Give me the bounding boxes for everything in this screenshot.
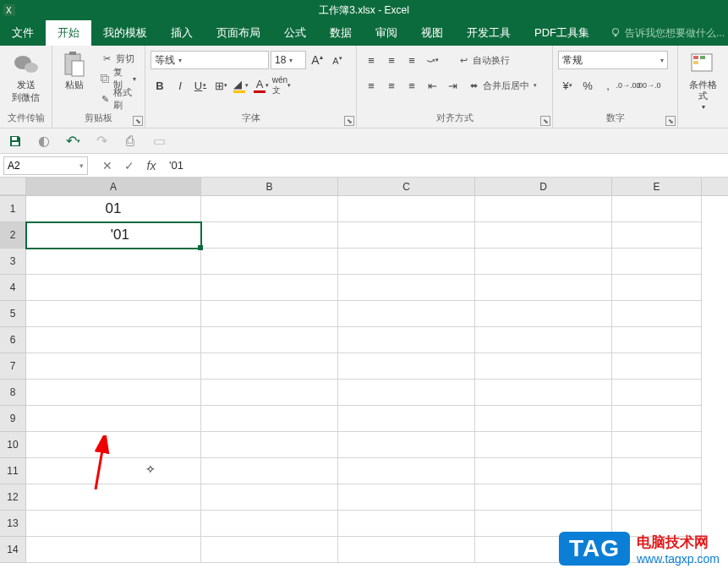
paste-button[interactable]: 粘贴	[57, 49, 91, 112]
cell-E12[interactable]	[612, 484, 702, 511]
wrap-text-button[interactable]: ↩自动换行	[453, 51, 513, 69]
cell-E9[interactable]	[612, 406, 702, 432]
cell-B4[interactable]	[201, 275, 338, 301]
insert-function-button[interactable]: fx	[140, 156, 162, 175]
orientation-button[interactable]: ⤻▾	[423, 51, 441, 69]
font-color-button[interactable]: A▾	[252, 76, 271, 95]
cell-D8[interactable]	[475, 380, 612, 406]
cell-D1[interactable]	[475, 196, 612, 222]
conditional-formatting-button[interactable]: 条件格式 ▾	[683, 49, 723, 113]
row-header-9[interactable]: 9	[0, 406, 26, 432]
cell-A5[interactable]	[26, 301, 201, 327]
tab-templates[interactable]: 我的模板	[91, 20, 159, 46]
row-header-4[interactable]: 4	[0, 275, 26, 301]
phonetic-button[interactable]: wén文▾	[272, 76, 291, 95]
clipboard-launcher[interactable]: ⬊	[133, 116, 143, 126]
decrease-decimal-button[interactable]: .00→.0	[639, 76, 658, 95]
row-header-14[interactable]: 14	[0, 537, 26, 563]
cell-A4[interactable]	[26, 275, 201, 301]
cell-E2[interactable]	[612, 222, 702, 249]
cell-B3[interactable]	[201, 249, 338, 275]
qat-icon-2-button[interactable]: ▭	[151, 133, 167, 150]
cell-A9[interactable]	[26, 406, 201, 432]
cell-A14[interactable]	[26, 537, 201, 563]
align-left-button[interactable]: ≡	[362, 76, 380, 95]
tab-review[interactable]: 审阅	[364, 20, 409, 46]
cell-C4[interactable]	[338, 275, 475, 301]
cell-D6[interactable]	[475, 327, 612, 353]
cell-B13[interactable]	[201, 511, 338, 537]
cell-C8[interactable]	[338, 380, 475, 406]
indent-inc-button[interactable]: ⇥	[443, 76, 462, 95]
cell-D3[interactable]	[475, 249, 612, 275]
format-painter-button[interactable]: ✎格式刷	[96, 90, 140, 108]
italic-button[interactable]: I	[171, 76, 189, 95]
cell-C2[interactable]	[338, 222, 475, 249]
cell-A1[interactable]: 01	[26, 196, 201, 222]
cell-D12[interactable]	[475, 484, 612, 511]
undo-button[interactable]: ↶▾	[64, 133, 81, 150]
align-middle-button[interactable]: ≡	[382, 51, 401, 69]
tab-data[interactable]: 数据	[318, 20, 364, 46]
select-all-corner[interactable]	[0, 178, 26, 195]
cell-A7[interactable]	[26, 353, 201, 380]
row-header-11[interactable]: 11	[0, 458, 26, 484]
cell-D7[interactable]	[475, 353, 612, 380]
formula-input[interactable]: '01	[162, 159, 728, 172]
col-header-C[interactable]: C	[338, 178, 475, 195]
percent-button[interactable]: %	[578, 76, 597, 95]
cell-B12[interactable]	[201, 484, 338, 511]
bold-button[interactable]: B	[151, 76, 169, 95]
confirm-edit-button[interactable]: ✓	[118, 156, 140, 175]
cell-D4[interactable]	[475, 275, 612, 301]
increase-decimal-button[interactable]: .0→.00	[619, 76, 638, 95]
send-to-wechat-button[interactable]: 发送 到微信	[5, 49, 47, 105]
number-format-combo[interactable]: 常规▾	[558, 51, 668, 69]
font-launcher[interactable]: ⬊	[344, 116, 354, 126]
redo-button[interactable]: ↷	[93, 133, 110, 150]
tab-file[interactable]: 文件	[0, 20, 46, 46]
cell-E10[interactable]	[612, 432, 702, 458]
col-header-A[interactable]: A	[26, 178, 201, 195]
font-size-combo[interactable]: 18▾	[271, 51, 306, 69]
font-name-combo[interactable]: 等线▾	[151, 51, 269, 69]
row-header-8[interactable]: 8	[0, 380, 26, 406]
align-right-button[interactable]: ≡	[402, 76, 421, 95]
cell-B1[interactable]	[201, 196, 338, 222]
cell-E6[interactable]	[612, 327, 702, 353]
cell-C11[interactable]	[338, 458, 475, 484]
row-header-2[interactable]: 2	[0, 222, 26, 249]
cancel-edit-button[interactable]: ✕	[96, 156, 118, 175]
tell-me-search[interactable]: 告诉我您想要做什么...	[610, 20, 725, 46]
cell-D11[interactable]	[475, 458, 612, 484]
shrink-font-button[interactable]: A▾	[328, 51, 347, 69]
cell-D5[interactable]	[475, 301, 612, 327]
name-box[interactable]: A2	[3, 156, 88, 175]
fill-color-button[interactable]: ◢▾	[232, 76, 250, 95]
cell-E1[interactable]	[612, 196, 702, 222]
row-header-10[interactable]: 10	[0, 432, 26, 458]
cell-B10[interactable]	[201, 432, 338, 458]
align-center-button[interactable]: ≡	[382, 76, 401, 95]
cell-C5[interactable]	[338, 301, 475, 327]
cell-C14[interactable]	[338, 537, 475, 563]
cell-D9[interactable]	[475, 406, 612, 432]
cell-B2[interactable]	[201, 222, 338, 249]
col-header-E[interactable]: E	[612, 178, 702, 195]
tab-pdf[interactable]: PDF工具集	[523, 20, 601, 46]
cell-A10[interactable]	[26, 432, 201, 458]
row-header-6[interactable]: 6	[0, 327, 26, 353]
save-button[interactable]	[7, 133, 24, 150]
cell-C7[interactable]	[338, 353, 475, 380]
cell-C6[interactable]	[338, 327, 475, 353]
cell-B14[interactable]	[201, 537, 338, 563]
cell-E3[interactable]	[612, 249, 702, 275]
tab-formulas[interactable]: 公式	[272, 20, 318, 46]
accounting-button[interactable]: ¥▾	[558, 76, 577, 95]
row-header-3[interactable]: 3	[0, 249, 26, 275]
cell-E5[interactable]	[612, 301, 702, 327]
cell-B6[interactable]	[201, 327, 338, 353]
cell-A6[interactable]	[26, 327, 201, 353]
align-launcher[interactable]: ⬊	[540, 116, 550, 126]
align-top-button[interactable]: ≡	[362, 51, 380, 69]
